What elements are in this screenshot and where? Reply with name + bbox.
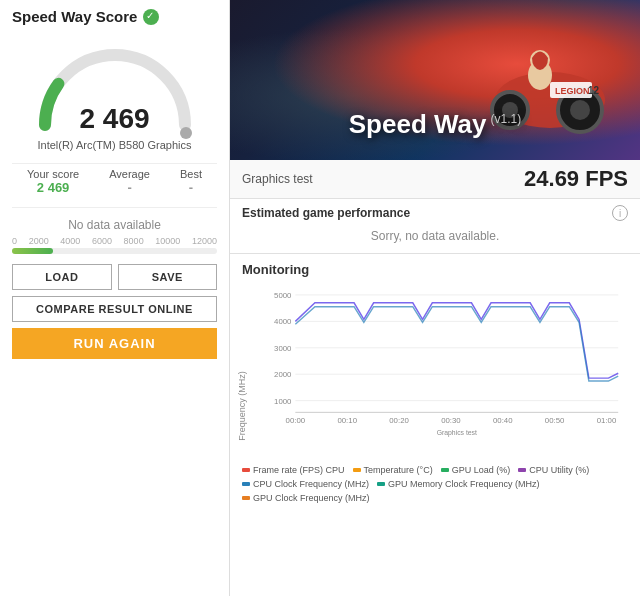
tick-4000: 4000 (60, 236, 80, 246)
gauge-score: 2 469 (79, 103, 149, 135)
average-score-col: Average - (109, 168, 150, 195)
svg-text:2000: 2000 (274, 370, 292, 379)
best-value: - (180, 180, 202, 195)
your-score-label: Your score (27, 168, 79, 180)
your-score-col: Your score 2 469 (27, 168, 79, 195)
divider-1 (12, 163, 217, 164)
bar-fill (12, 248, 53, 254)
average-label: Average (109, 168, 150, 180)
legend-gpu-mem: GPU Memory Clock Frequency (MHz) (377, 479, 540, 489)
header-row: Speed Way Score (12, 8, 217, 25)
game-perf-header: Estimated game performance i (242, 205, 628, 221)
legend-gpu-mem-dot (377, 482, 385, 486)
divider-2 (12, 207, 217, 208)
your-score-value: 2 469 (27, 180, 79, 195)
legend-temp: Temperature (°C) (353, 465, 433, 475)
compare-button[interactable]: COMPARE RESULT ONLINE (12, 296, 217, 322)
info-icon: i (612, 205, 628, 221)
graphics-test-label: Graphics test (242, 172, 313, 186)
hero-title: Speed Way(v1.1) (349, 109, 521, 140)
legend-gpu-clock-dot (242, 496, 250, 500)
tick-0: 0 (12, 236, 17, 246)
gpu-label: Intel(R) Arc(TM) B580 Graphics (37, 139, 191, 151)
score-table: Your score 2 469 Average - Best - (12, 168, 217, 195)
speed-way-score-title: Speed Way Score (12, 8, 137, 25)
no-data-label: No data available (68, 218, 161, 232)
fps-value: 24.69 FPS (524, 166, 628, 192)
bar-track (12, 248, 217, 254)
legend-temp-text: Temperature (°C) (364, 465, 433, 475)
tick-2000: 2000 (29, 236, 49, 246)
legend-row: Frame rate (FPS) CPU Temperature (°C) GP… (242, 465, 628, 503)
svg-text:01:00: 01:00 (597, 416, 617, 425)
run-again-button[interactable]: RUN AGAIN (12, 328, 217, 359)
legend-cpu-util: CPU Utility (%) (518, 465, 589, 475)
svg-text:00:40: 00:40 (493, 416, 513, 425)
save-button[interactable]: SAVE (118, 264, 218, 290)
legend-gpu-load: GPU Load (%) (441, 465, 511, 475)
average-value: - (109, 180, 150, 195)
legend-cpu-clock-dot (242, 482, 250, 486)
svg-point-3 (570, 100, 590, 120)
tick-12000: 12000 (192, 236, 217, 246)
tick-10000: 10000 (155, 236, 180, 246)
btn-row: LOAD SAVE (12, 264, 217, 290)
legend-cpu-util-dot (518, 468, 526, 472)
tick-6000: 6000 (92, 236, 112, 246)
svg-text:4000: 4000 (274, 317, 292, 326)
legend-cpu-clock: CPU Clock Frequency (MHz) (242, 479, 369, 489)
monitoring-section: Monitoring Frequency (MHz) 5000 4000 300… (230, 254, 640, 596)
legend-cpu-clock-text: CPU Clock Frequency (MHz) (253, 479, 369, 489)
svg-text:5000: 5000 (274, 291, 292, 300)
svg-text:LEGION: LEGION (555, 86, 590, 96)
gauge-container: 2 469 (30, 35, 200, 135)
svg-text:00:10: 00:10 (337, 416, 357, 425)
legend-cpu-util-text: CPU Utility (%) (529, 465, 589, 475)
legend-gpu-clock-text: GPU Clock Frequency (MHz) (253, 493, 370, 503)
legend-temp-dot (353, 468, 361, 472)
chart-area: Frequency (MHz) 5000 4000 3000 2000 1000… (242, 281, 628, 461)
monitoring-chart: 5000 4000 3000 2000 1000 00:00 00:10 00:… (266, 281, 628, 441)
check-icon (143, 9, 159, 25)
best-score-col: Best - (180, 168, 202, 195)
legend-gpu-mem-text: GPU Memory Clock Frequency (MHz) (388, 479, 540, 489)
tick-8000: 8000 (124, 236, 144, 246)
no-data-game: Sorry, no data available. (242, 225, 628, 247)
game-perf-title: Estimated game performance (242, 206, 410, 220)
svg-text:00:00: 00:00 (286, 416, 306, 425)
svg-text:00:30: 00:30 (441, 416, 461, 425)
legend-gpu-load-text: GPU Load (%) (452, 465, 511, 475)
gauge-dot (180, 127, 192, 139)
load-button[interactable]: LOAD (12, 264, 112, 290)
best-label: Best (180, 168, 202, 180)
monitoring-title: Monitoring (242, 262, 628, 277)
right-panel: LEGION 12 Speed Way(v1.1) Graphics test … (230, 0, 640, 596)
chart-y-label: Frequency (MHz) (237, 371, 247, 441)
legend-fps-text: Frame rate (FPS) CPU (253, 465, 345, 475)
hero-image: LEGION 12 Speed Way(v1.1) (230, 0, 640, 160)
svg-text:12: 12 (588, 85, 600, 96)
svg-text:1000: 1000 (274, 397, 292, 406)
legend-gpu-clock: GPU Clock Frequency (MHz) (242, 493, 370, 503)
svg-text:Graphics test: Graphics test (437, 429, 477, 437)
fps-section: Graphics test 24.69 FPS (230, 160, 640, 199)
svg-text:00:50: 00:50 (545, 416, 565, 425)
legend-gpu-load-dot (441, 468, 449, 472)
svg-text:3000: 3000 (274, 344, 292, 353)
bar-scale: 0 2000 4000 6000 8000 10000 12000 (12, 236, 217, 246)
legend-fps: Frame rate (FPS) CPU (242, 465, 345, 475)
svg-text:00:20: 00:20 (389, 416, 409, 425)
left-panel: Speed Way Score 2 469 Intel(R) Arc(TM) B… (0, 0, 230, 596)
legend-fps-dot (242, 468, 250, 472)
game-perf-section: Estimated game performance i Sorry, no d… (230, 199, 640, 254)
